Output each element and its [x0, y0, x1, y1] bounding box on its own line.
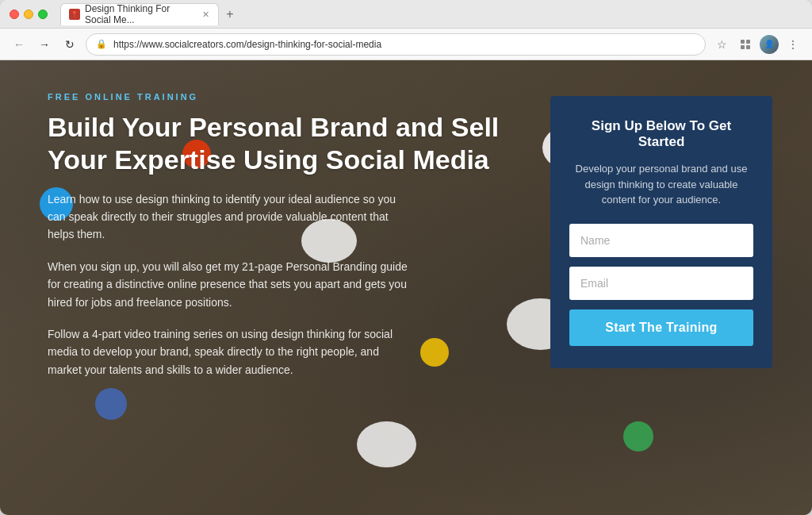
lock-icon: 🔒	[96, 39, 107, 49]
profile-avatar[interactable]: 👤	[760, 35, 779, 54]
back-button[interactable]: ←	[10, 35, 29, 54]
browser-toolbar: ← → ↻ 🔒 https://www.socialcreators.com/d…	[0, 29, 812, 60]
hero-title: Build Your Personal Brand and Sell Your …	[48, 111, 519, 176]
free-training-label: FREE ONLINE TRAINING	[48, 92, 519, 102]
signup-box: Sign Up Below To Get Started Develop you…	[550, 96, 772, 368]
left-content: FREE ONLINE TRAINING Build Your Personal…	[48, 88, 519, 393]
page-inner: FREE ONLINE TRAINING Build Your Personal…	[0, 60, 812, 515]
browser-titlebar: Design Thinking For Social Me... ✕ +	[0, 0, 812, 29]
svg-rect-2	[741, 45, 745, 49]
url-text: https://www.socialcreators.com/design-th…	[113, 39, 695, 50]
name-input[interactable]	[569, 224, 753, 257]
hero-body-paragraph-2: When you sign up, you will also get my 2…	[48, 258, 412, 311]
hero-body-paragraph-3: Follow a 4-part video training series on…	[48, 325, 412, 379]
address-bar[interactable]: 🔒 https://www.socialcreators.com/design-…	[86, 33, 706, 56]
svg-rect-0	[741, 40, 745, 44]
active-tab[interactable]: Design Thinking For Social Me... ✕	[60, 3, 219, 25]
maximize-window-button[interactable]	[38, 10, 48, 19]
forward-button[interactable]: →	[35, 35, 54, 54]
email-input[interactable]	[569, 267, 753, 300]
minimize-window-button[interactable]	[24, 10, 33, 19]
start-training-button[interactable]: Start The Training	[569, 309, 753, 346]
close-window-button[interactable]	[10, 10, 19, 19]
extensions-icon[interactable]	[736, 35, 755, 54]
reload-button[interactable]: ↻	[60, 35, 79, 54]
tab-title-text: Design Thinking For Social Me...	[85, 3, 193, 25]
tab-close-button[interactable]: ✕	[201, 9, 210, 20]
svg-rect-3	[746, 45, 750, 49]
menu-icon[interactable]: ⋮	[783, 35, 802, 54]
traffic-lights	[10, 10, 48, 19]
tab-favicon-icon	[69, 9, 80, 20]
signup-description: Develop your personal brand and use desi…	[569, 161, 753, 208]
signup-title: Sign Up Below To Get Started	[569, 118, 753, 150]
new-tab-button[interactable]: +	[222, 6, 238, 22]
toolbar-icons: ☆ 👤 ⋮	[712, 35, 802, 54]
page-content: FREE ONLINE TRAINING Build Your Personal…	[0, 60, 812, 515]
tab-bar: Design Thinking For Social Me... ✕ +	[60, 3, 802, 25]
bookmark-icon[interactable]: ☆	[712, 35, 731, 54]
hero-body-paragraph-1: Learn how to use design thinking to iden…	[48, 190, 412, 244]
svg-rect-1	[746, 40, 750, 44]
browser-window: Design Thinking For Social Me... ✕ + ← →…	[0, 0, 812, 515]
